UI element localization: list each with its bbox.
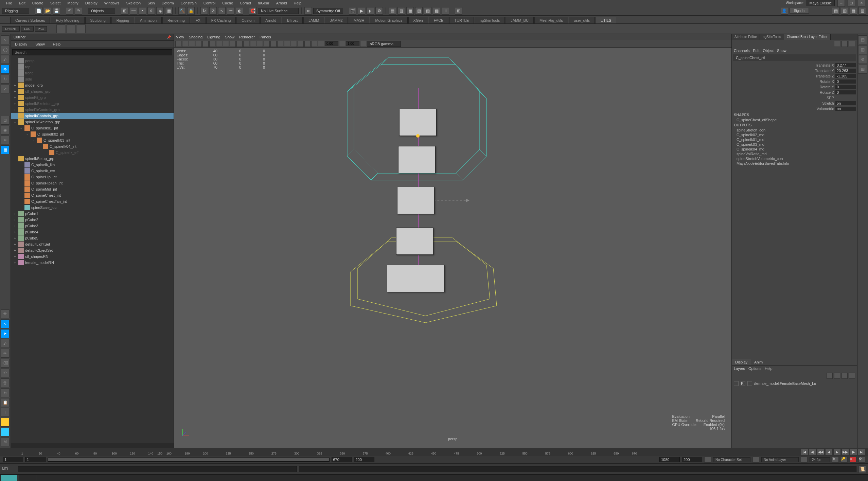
shelf-tool-3-icon[interactable] bbox=[77, 24, 86, 33]
shelf-tab-jamm[interactable]: JAMM bbox=[303, 17, 324, 23]
end-time-field[interactable] bbox=[682, 457, 702, 462]
play-back-icon[interactable]: ◀ bbox=[825, 449, 833, 456]
vp-grid-icon[interactable] bbox=[209, 41, 215, 47]
tree-item[interactable]: -spineIkControls_grp bbox=[11, 113, 174, 119]
vp-motion-blur-icon[interactable] bbox=[298, 41, 304, 47]
tree-item[interactable]: C_spineIk_crv bbox=[11, 168, 174, 174]
shelf-tab-utils[interactable]: UTILS bbox=[596, 17, 616, 23]
tree-expand-icon[interactable]: - bbox=[25, 132, 29, 136]
move-tool-icon[interactable]: ✥ bbox=[1, 65, 10, 74]
tree-expand-icon[interactable]: + bbox=[13, 89, 17, 93]
lock-icon[interactable]: 🔒 bbox=[187, 7, 195, 15]
loop-icon[interactable]: ↻ bbox=[832, 457, 839, 463]
vp-gamma-field[interactable] bbox=[346, 41, 359, 46]
paint-select-icon[interactable]: 🖌 bbox=[1, 55, 10, 64]
new-scene-icon[interactable]: 📄 bbox=[35, 7, 42, 15]
copy-icon[interactable]: ⎘ bbox=[1, 388, 10, 397]
channel-value[interactable]: 20.263 bbox=[835, 69, 856, 73]
tree-item[interactable]: -spineFkSkeleton_grp bbox=[11, 119, 174, 125]
construction-icon[interactable]: 🔨 bbox=[178, 7, 186, 15]
range-playback-start-field[interactable] bbox=[25, 457, 46, 462]
layer-menu-options[interactable]: Options bbox=[748, 367, 761, 371]
live-surface-dropdown[interactable]: No Live Surface bbox=[258, 8, 299, 14]
tree-expand-icon[interactable]: + bbox=[13, 108, 17, 112]
shelf-tab-xgen[interactable]: XGen bbox=[408, 17, 428, 23]
vp-resolution-gate-icon[interactable] bbox=[223, 41, 229, 47]
menu-help[interactable]: Help bbox=[290, 1, 305, 5]
shelf-tab-curves[interactable]: Curves / Surfaces bbox=[10, 17, 50, 23]
channelbox-menu-show[interactable]: Show bbox=[777, 49, 786, 53]
tree-item[interactable]: C_spineHipTan_jnt bbox=[11, 180, 174, 186]
isolate-icon[interactable]: ◐ bbox=[236, 7, 243, 15]
soft-select-icon[interactable]: ◉ bbox=[1, 126, 10, 135]
shelf-tab-jamm2[interactable]: JAMM2 bbox=[325, 17, 348, 23]
channel-label[interactable]: Volumetric bbox=[733, 107, 834, 111]
output-node[interactable]: spineVolRatio_md bbox=[732, 152, 857, 156]
tree-item[interactable]: C_spineIk_eff bbox=[11, 149, 174, 156]
tree-expand-icon[interactable]: + bbox=[13, 236, 17, 240]
last-tool-icon[interactable]: ⊡ bbox=[1, 116, 10, 125]
channel-value[interactable]: on bbox=[835, 101, 856, 105]
manipulator-center[interactable] bbox=[416, 134, 420, 138]
tree-item[interactable]: +pCube5 bbox=[11, 235, 174, 241]
channel-value[interactable]: -1.185 bbox=[835, 74, 856, 78]
output-node[interactable]: C_spineik02_md bbox=[732, 132, 857, 137]
channel-label[interactable]: Stretch bbox=[733, 101, 834, 105]
tab-attr-editor[interactable]: Attribute Editor bbox=[732, 34, 760, 40]
pcube2-geometry[interactable] bbox=[396, 228, 433, 255]
tab-ngskintools[interactable]: ngSkinTools bbox=[760, 34, 784, 40]
tree-item[interactable]: C_spineHip_jnt bbox=[11, 174, 174, 180]
vp-gate-mask-icon[interactable] bbox=[230, 41, 236, 47]
tree-expand-icon[interactable]: + bbox=[13, 261, 17, 265]
snap-plane-icon[interactable]: ◊ bbox=[147, 7, 155, 15]
panel5-icon[interactable]: ▨ bbox=[424, 7, 431, 15]
panel3-icon[interactable]: ▦ bbox=[406, 7, 414, 15]
curve-tool2-icon[interactable]: 〜 bbox=[227, 7, 234, 15]
snap-grid-icon[interactable]: ⊞ bbox=[121, 7, 128, 15]
step-forward-key-icon[interactable]: |▶ bbox=[850, 449, 857, 456]
vp-select-cam-icon[interactable] bbox=[175, 41, 181, 47]
shelf-tab-rigging[interactable]: Rigging bbox=[111, 17, 134, 23]
play-forward-icon[interactable]: ▶ bbox=[833, 449, 841, 456]
toggle-channel-icon[interactable]: ▦ bbox=[850, 7, 857, 15]
output-node[interactable]: C_spineik04_md bbox=[732, 147, 857, 152]
tree-item[interactable]: +pCube1 bbox=[11, 211, 174, 217]
layer-type-toggle[interactable]: R bbox=[741, 381, 745, 386]
vp-exposure-field[interactable] bbox=[325, 41, 338, 46]
panel6-icon[interactable]: ▩ bbox=[433, 7, 440, 15]
tree-item[interactable]: +spineIkSkeleton_grp bbox=[11, 101, 174, 107]
tree-item[interactable]: +ctl_shapesRN bbox=[11, 253, 174, 260]
goto-end-icon[interactable]: ▶| bbox=[858, 449, 865, 456]
channel-label[interactable]: Translate Z bbox=[733, 74, 834, 78]
shelf-btn-loc[interactable]: LOC bbox=[21, 26, 34, 32]
menu-display[interactable]: Display bbox=[82, 1, 101, 5]
goto-start-icon[interactable]: |◀ bbox=[801, 449, 808, 456]
animlayer-menu-icon[interactable] bbox=[801, 457, 808, 463]
layer-create-empty-icon[interactable] bbox=[842, 373, 848, 379]
vp-wireframe-icon[interactable] bbox=[236, 41, 243, 47]
toggle-modeling-icon[interactable]: ▧ bbox=[858, 7, 866, 15]
outliner-menu-display[interactable]: Display bbox=[12, 41, 30, 47]
cmd-lang-label[interactable]: MEL bbox=[2, 467, 16, 471]
shelf-tool-1-icon[interactable] bbox=[56, 24, 65, 33]
tree-item[interactable]: +model_grp bbox=[11, 82, 174, 88]
tree-expand-icon[interactable]: + bbox=[13, 242, 17, 246]
scale-tool-icon[interactable]: ⤢ bbox=[1, 85, 10, 93]
range-end-field[interactable] bbox=[354, 457, 374, 462]
vp-colorspace-dropdown[interactable]: sRGB gamma bbox=[367, 41, 401, 47]
tree-item[interactable]: C_spineIk_ikh bbox=[11, 162, 174, 168]
window-close-icon[interactable]: × bbox=[858, 0, 865, 7]
range-lock-icon[interactable] bbox=[704, 457, 711, 463]
outliner-pin-icon[interactable]: 📌 bbox=[167, 35, 171, 39]
toggle-tool-icon[interactable]: ▥ bbox=[841, 7, 848, 15]
menu-mgear[interactable]: mGear bbox=[254, 1, 273, 5]
layer-visibility-toggle[interactable] bbox=[734, 381, 739, 386]
menu-cache[interactable]: Cache bbox=[219, 1, 236, 5]
tree-expand-icon[interactable]: + bbox=[13, 254, 17, 259]
step-back-key-icon[interactable]: ◀| bbox=[809, 449, 816, 456]
modeling-toolkit-icon[interactable]: ▤ bbox=[858, 35, 867, 44]
typetool-icon[interactable]: T bbox=[1, 408, 10, 417]
selection-mode-dropdown[interactable]: Objects bbox=[88, 8, 115, 14]
range-playback-end-field[interactable] bbox=[332, 457, 352, 462]
tree-expand-icon[interactable]: - bbox=[19, 126, 23, 130]
